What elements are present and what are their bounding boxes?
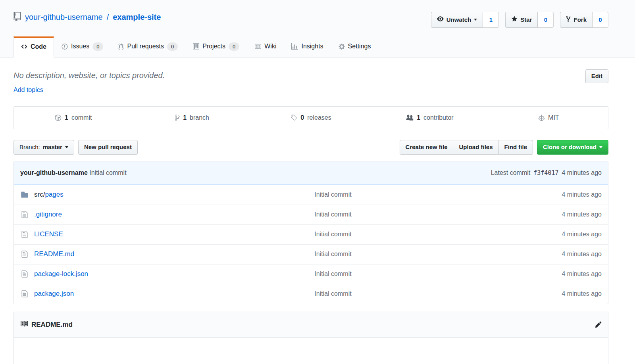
branch-icon xyxy=(175,114,180,121)
file-link[interactable]: pages xyxy=(45,191,63,198)
file-link[interactable]: package.json xyxy=(34,290,74,298)
table-row: package.json Initial commit 4 minutes ag… xyxy=(14,284,608,304)
commit-author-link[interactable]: your-github-username xyxy=(20,169,88,176)
table-row: README.md Initial commit 4 minutes ago xyxy=(14,244,608,264)
star-icon xyxy=(511,15,518,24)
table-row: .gitignore Initial commit 4 minutes ago xyxy=(14,205,608,224)
pull-request-icon xyxy=(118,43,124,50)
contributors-count: 1 xyxy=(417,114,420,121)
row-commit-message-link[interactable]: Initial commit xyxy=(314,231,351,238)
file-link[interactable]: LICENSE xyxy=(34,230,63,238)
file-link[interactable]: package-lock.json xyxy=(34,270,88,278)
contributors-people-icon xyxy=(406,114,414,121)
issue-icon xyxy=(62,43,68,50)
readme-title: README.md xyxy=(31,321,73,329)
star-button[interactable]: Star xyxy=(505,12,538,28)
branches-label: branch xyxy=(190,114,209,121)
repo-owner-link[interactable]: your-github-username xyxy=(25,13,103,22)
table-row: package-lock.json Initial commit 4 minut… xyxy=(14,264,608,284)
unwatch-button[interactable]: Unwatch xyxy=(431,12,483,28)
table-row: LICENSE Initial commit 4 minutes ago xyxy=(14,224,608,244)
tab-settings[interactable]: Settings xyxy=(331,36,379,57)
issues-counter: 0 xyxy=(92,42,103,51)
file-link[interactable]: README.md xyxy=(34,250,74,258)
unwatch-label: Unwatch xyxy=(446,16,471,24)
commit-time: 4 minutes ago xyxy=(562,169,602,176)
row-age: 4 minutes ago xyxy=(510,290,602,297)
clone-label: Clone or download xyxy=(543,144,597,151)
releases-count: 0 xyxy=(300,114,304,121)
commit-message-link[interactable]: Initial commit xyxy=(89,169,126,176)
latest-commit-label: Latest commit xyxy=(491,169,531,176)
contributors-stat[interactable]: 1 contributor xyxy=(370,107,489,129)
gear-icon xyxy=(339,43,345,50)
row-commit-message-link[interactable]: Initial commit xyxy=(314,251,351,257)
pencil-icon[interactable] xyxy=(595,321,602,328)
row-age: 4 minutes ago xyxy=(510,231,602,238)
history-icon xyxy=(55,114,62,121)
repo-title: your-github-username / example-site xyxy=(13,11,161,23)
fork-button[interactable]: Fork xyxy=(560,12,593,28)
folder-path-prefix: src/ xyxy=(34,191,45,198)
file-link[interactable]: .gitignore xyxy=(34,211,62,218)
watchers-count[interactable]: 1 xyxy=(483,12,499,28)
new-pull-request-button[interactable]: New pull request xyxy=(78,140,138,155)
social-buttons: Unwatch 1 Star 0 Fork 0 xyxy=(431,12,608,28)
commits-count: 1 xyxy=(65,114,68,121)
tab-issues[interactable]: Issues 0 xyxy=(54,36,111,57)
row-commit-message-link[interactable]: Initial commit xyxy=(314,290,351,297)
fork-icon xyxy=(566,15,571,24)
tab-pull-requests[interactable]: Pull requests 0 xyxy=(111,36,185,57)
triangle-down-icon xyxy=(599,146,602,150)
create-new-file-button[interactable]: Create new file xyxy=(400,140,454,155)
tab-code-label: Code xyxy=(31,43,46,50)
stargazers-count[interactable]: 0 xyxy=(538,12,554,28)
tab-code[interactable]: Code xyxy=(13,36,54,57)
license-stat[interactable]: MIT xyxy=(489,107,608,129)
law-icon xyxy=(538,114,545,121)
repo-name-link[interactable]: example-site xyxy=(113,13,161,22)
repo-tab-bar: Code Issues 0 Pull requests 0 Projects 0… xyxy=(0,36,635,57)
branch-select-button[interactable]: Branch: master xyxy=(13,140,74,155)
branches-stat[interactable]: 1 branch xyxy=(133,107,251,129)
current-branch-name: master xyxy=(43,144,62,151)
row-age: 4 minutes ago xyxy=(510,251,602,258)
row-commit-message-link[interactable]: Initial commit xyxy=(314,191,351,198)
row-age: 4 minutes ago xyxy=(510,211,602,218)
eye-icon xyxy=(437,15,444,24)
row-age: 4 minutes ago xyxy=(510,191,602,198)
branch-prefix-label: Branch: xyxy=(19,144,40,151)
releases-stat[interactable]: 0 releases xyxy=(252,107,370,129)
file-icon xyxy=(20,270,29,278)
clone-or-download-button[interactable]: Clone or download xyxy=(537,140,608,155)
book-open-icon xyxy=(20,320,28,330)
row-commit-message-link[interactable]: Initial commit xyxy=(314,270,351,277)
commits-stat[interactable]: 1 commit xyxy=(14,107,133,129)
tab-projects[interactable]: Projects 0 xyxy=(185,36,247,57)
repo-icon xyxy=(13,12,21,23)
repo-header: your-github-username / example-site Unwa… xyxy=(0,0,635,57)
edit-description-button[interactable]: Edit xyxy=(585,69,608,83)
forks-count[interactable]: 0 xyxy=(593,12,608,28)
commit-sha-link[interactable]: f3f4017 xyxy=(533,169,558,176)
repo-description: No description, website, or topics provi… xyxy=(13,71,165,80)
fork-label: Fork xyxy=(573,16,587,24)
insights-graph-icon xyxy=(291,43,298,50)
find-file-button[interactable]: Find file xyxy=(498,140,533,155)
upload-files-button[interactable]: Upload files xyxy=(453,140,498,155)
tab-wiki[interactable]: Wiki xyxy=(247,36,284,57)
tab-projects-label: Projects xyxy=(202,43,225,50)
readme-content xyxy=(14,338,608,364)
add-topics-link[interactable]: Add topics xyxy=(13,86,43,94)
file-icon xyxy=(20,290,29,298)
star-label: Star xyxy=(520,16,532,24)
tab-settings-label: Settings xyxy=(348,43,371,50)
pull-requests-counter: 0 xyxy=(167,42,178,51)
tab-insights[interactable]: Insights xyxy=(284,36,331,57)
row-commit-message-link[interactable]: Initial commit xyxy=(314,211,351,218)
tab-issues-label: Issues xyxy=(71,43,89,50)
tag-icon xyxy=(291,114,297,121)
wiki-book-icon xyxy=(254,43,261,50)
folder-icon xyxy=(20,191,29,199)
projects-counter: 0 xyxy=(229,42,239,51)
